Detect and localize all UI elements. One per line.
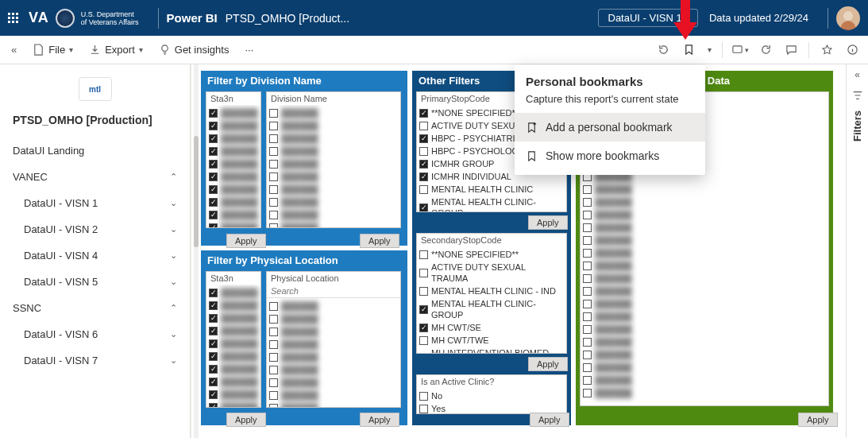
checkbox[interactable] (269, 198, 278, 207)
checkbox[interactable]: ✓ (209, 172, 218, 181)
apply-active[interactable]: Apply (530, 413, 569, 427)
checkbox[interactable] (419, 392, 428, 401)
checkbox[interactable]: ✓ (209, 327, 218, 335)
list-item[interactable]: ✓MH CWT/SE (419, 321, 564, 334)
checkbox[interactable] (269, 340, 278, 349)
list-item[interactable]: ██████ (583, 348, 826, 361)
list-item[interactable]: ██████ (583, 259, 826, 272)
list-item[interactable]: ██████ (583, 196, 826, 208)
list-item[interactable]: MH CWT/TWE (419, 334, 564, 347)
list-item[interactable]: ██████ (269, 351, 398, 363)
list-item[interactable]: ✓██████ (209, 107, 258, 119)
slicer-location-sta3n[interactable]: Sta3n ✓██████✓██████✓██████✓██████✓█████… (206, 271, 261, 408)
list-item[interactable]: ██████ (269, 312, 398, 325)
export-menu[interactable]: Export ▾ (83, 41, 149, 59)
checkbox[interactable] (583, 274, 592, 283)
checkbox[interactable] (583, 287, 592, 296)
checkbox[interactable]: ✓ (209, 352, 218, 361)
expand-filters-icon[interactable]: « (854, 69, 860, 80)
list-item[interactable]: ✓MH INTERVENTION BIOMED GRP (419, 347, 564, 353)
list-item[interactable]: ██████ (583, 386, 826, 399)
filters-pane-collapsed[interactable]: « Filters (846, 64, 868, 438)
list-item[interactable]: ██████ (583, 234, 826, 246)
checkbox[interactable]: ✓ (209, 314, 218, 323)
checkbox[interactable]: ✓ (209, 301, 218, 310)
checkbox[interactable]: ✓ (209, 211, 218, 219)
list-item[interactable]: ██████ (583, 285, 826, 297)
page-pill[interactable]: DataUI - VISN 10 (598, 9, 698, 27)
list-item[interactable]: ██████ (269, 183, 398, 196)
checkbox[interactable]: ✓ (209, 378, 218, 386)
checkbox[interactable] (419, 336, 428, 345)
checkbox[interactable]: ✓ (209, 365, 218, 374)
checkbox[interactable] (269, 134, 278, 143)
list-item[interactable]: ██████ (583, 221, 826, 234)
checkbox[interactable] (269, 315, 278, 324)
nav-visn-7[interactable]: DataUI - VISN 7⌄ (0, 347, 190, 374)
checkbox[interactable] (419, 405, 428, 413)
reset-button[interactable] (652, 39, 674, 61)
user-avatar[interactable] (836, 6, 860, 30)
checkbox[interactable]: ✓ (419, 172, 428, 181)
checkbox[interactable] (269, 109, 278, 118)
checkbox[interactable] (269, 353, 278, 362)
list-item[interactable]: ██████ (583, 246, 826, 259)
checkbox[interactable]: ✓ (209, 134, 218, 143)
checkbox[interactable] (583, 223, 592, 232)
app-launcher-icon[interactable] (8, 13, 19, 24)
checkbox[interactable]: ✓ (209, 147, 218, 156)
checkbox[interactable] (583, 389, 592, 397)
list-item[interactable]: ██████ (269, 208, 398, 221)
checkbox[interactable] (269, 404, 278, 408)
slicer-physical-location[interactable]: Physical Location ██████████████████████… (266, 271, 401, 408)
checkbox[interactable] (269, 223, 278, 228)
list-item[interactable]: ✓██████ (209, 337, 258, 350)
list-item[interactable]: ✓██████ (209, 183, 258, 196)
list-item[interactable]: ✓██████ (209, 196, 258, 208)
list-item[interactable]: ██████ (583, 272, 826, 285)
list-item[interactable]: ACTIVE DUTY SEXUAL TRAUMA (419, 261, 564, 285)
checkbox[interactable]: ✓ (209, 185, 218, 194)
list-item[interactable]: ██████ (583, 183, 826, 196)
checkbox[interactable] (583, 262, 592, 270)
checkbox[interactable]: ✓ (419, 134, 428, 143)
checkbox[interactable]: ✓ (209, 223, 218, 228)
list-item[interactable]: ✓██████ (209, 221, 258, 227)
nav-visn-6[interactable]: DataUI - VISN 6⌄ (0, 321, 190, 347)
slicer-secondary-stop[interactable]: SecondaryStopCode **NONE SPECIFIED**ACTI… (416, 233, 567, 354)
list-item[interactable]: ██████ (583, 361, 826, 374)
nav-visn-2[interactable]: DataUI - VISN 2⌄ (0, 216, 190, 242)
checkbox[interactable] (419, 185, 428, 194)
list-item[interactable]: ✓██████ (209, 170, 258, 183)
checkbox[interactable]: ✓ (209, 160, 218, 169)
checkbox[interactable] (269, 160, 278, 169)
checkbox[interactable] (269, 328, 278, 336)
checkbox[interactable]: ✓ (419, 305, 428, 314)
checkbox[interactable]: ✓ (209, 403, 218, 408)
refresh-button[interactable] (754, 39, 777, 61)
more-menu[interactable]: ··· (238, 41, 260, 59)
checkbox[interactable] (419, 250, 428, 259)
list-item[interactable]: ██████ (269, 196, 398, 208)
list-item[interactable]: ✓██████ (209, 375, 258, 388)
checkbox[interactable] (269, 147, 278, 156)
checkbox[interactable]: ✓ (419, 324, 428, 332)
list-item[interactable]: ██████ (269, 325, 398, 338)
checkbox[interactable]: ✓ (419, 109, 428, 118)
checkbox[interactable] (583, 376, 592, 385)
canvas-scrollbar[interactable] (194, 64, 199, 438)
list-item[interactable]: ✓MENTAL HEALTH CLINIC-GROUP (419, 297, 564, 321)
list-item[interactable]: ✓██████ (209, 145, 258, 157)
favorite-button[interactable] (816, 39, 838, 61)
apply-report-data[interactable]: Apply (798, 413, 838, 427)
apply-primary[interactable]: Apply (528, 215, 568, 230)
list-item[interactable]: ██████ (269, 376, 398, 389)
list-item[interactable]: ██████ (269, 401, 398, 407)
list-item[interactable]: MENTAL HEALTH CLINIC - IND (419, 285, 564, 297)
get-insights-button[interactable]: Get insights (152, 41, 236, 59)
info-button[interactable] (841, 39, 863, 61)
checkbox[interactable] (269, 185, 278, 194)
checkbox[interactable]: ✓ (209, 390, 218, 399)
list-item[interactable]: ✓██████ (209, 132, 258, 145)
checkbox[interactable]: ✓ (419, 203, 428, 212)
